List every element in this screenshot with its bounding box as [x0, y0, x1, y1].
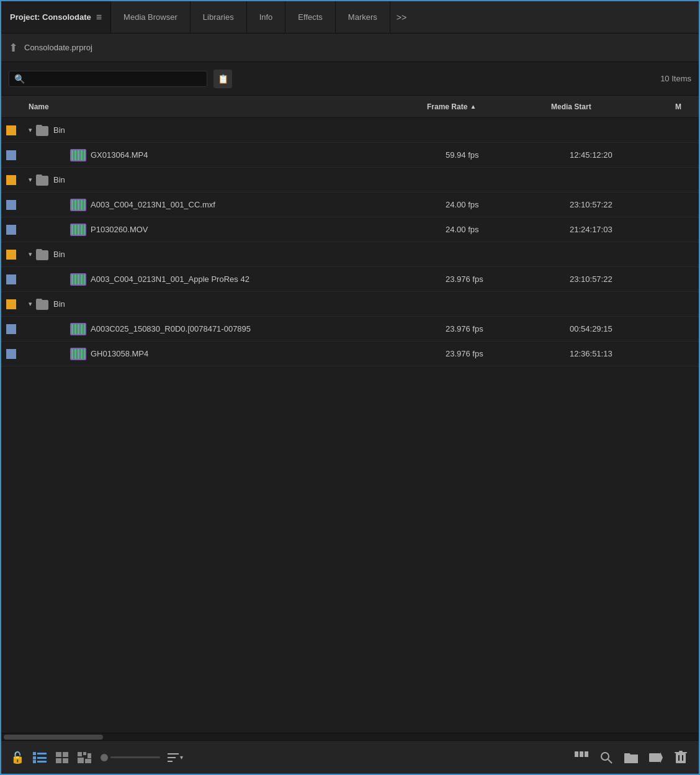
lock-icon[interactable]: 🔓: [9, 749, 26, 766]
bin-row[interactable]: ▾ Bin: [1, 292, 699, 317]
tab-effects[interactable]: Effects: [285, 1, 336, 33]
file-name: GH013058.MP4: [91, 349, 148, 358]
thumbnail-view-icon[interactable]: [53, 749, 71, 766]
folder-panel-icon[interactable]: [621, 747, 642, 768]
blue-checkbox[interactable]: [6, 349, 16, 359]
orange-checkbox[interactable]: [6, 299, 16, 309]
file-row[interactable]: A003_C004_0213N1_001_Apple ProRes 42 23.…: [1, 267, 699, 292]
list-view-icon[interactable]: [31, 749, 48, 766]
svg-rect-4: [33, 760, 36, 763]
file-row[interactable]: GH013058.MP4 23.976 fps 12:36:51:13: [1, 342, 699, 366]
zoom-slider[interactable]: [101, 754, 160, 761]
header-framerate-col[interactable]: Frame Rate ▲: [427, 102, 551, 111]
hscroll-bar[interactable]: [1, 733, 699, 740]
clip-icon: [70, 148, 87, 162]
bin-checkbox[interactable]: [6, 175, 29, 185]
orange-checkbox[interactable]: [6, 175, 16, 185]
back-icon[interactable]: ⬆: [9, 41, 18, 55]
file-row[interactable]: A003_C004_0213N1_001_CC.mxf 24.00 fps 23…: [1, 193, 699, 217]
grid-view-icon[interactable]: [571, 747, 592, 768]
bin-row[interactable]: ▾ Bin: [1, 168, 699, 193]
tab-media-browser[interactable]: Media Browser: [111, 1, 191, 33]
svg-rect-12: [88, 753, 91, 758]
search-icon: 🔍: [14, 74, 25, 84]
search-input[interactable]: [29, 74, 202, 83]
file-checkbox[interactable]: [6, 349, 29, 359]
file-framerate: 23.976 fps: [446, 274, 570, 284]
tab-media-browser-label: Media Browser: [123, 12, 177, 22]
bin-expand-icon[interactable]: ▾: [29, 126, 32, 134]
tab-project[interactable]: Project: Consolodate ≡: [1, 1, 111, 33]
sort-chevron-icon[interactable]: ▾: [180, 754, 183, 761]
file-checkbox[interactable]: [6, 274, 29, 284]
svg-rect-6: [56, 752, 61, 757]
file-mediastart: 12:36:51:13: [570, 349, 694, 358]
freeform-view-icon[interactable]: [76, 749, 93, 766]
hscroll-thumb[interactable]: [4, 735, 103, 740]
blue-checkbox[interactable]: [6, 274, 16, 284]
file-checkbox[interactable]: [6, 200, 29, 210]
svg-rect-2: [33, 756, 36, 759]
file-row[interactable]: GX013064.MP4 59.94 fps 12:45:12:20: [1, 143, 699, 168]
file-framerate: 59.94 fps: [446, 150, 570, 160]
svg-rect-28: [675, 752, 687, 753]
bin-checkbox[interactable]: [6, 250, 29, 260]
more-icon: >>: [397, 12, 406, 22]
blue-checkbox[interactable]: [6, 150, 16, 160]
header-name-col[interactable]: Name: [29, 102, 427, 111]
file-mediastart: 23:10:57:22: [570, 274, 694, 284]
find-icon[interactable]: 📋: [213, 70, 232, 88]
svg-rect-0: [33, 752, 36, 755]
svg-rect-27: [676, 753, 686, 763]
bin-row[interactable]: ▾ Bin: [1, 242, 699, 267]
svg-point-21: [601, 753, 609, 760]
search-input-wrapper[interactable]: 🔍: [9, 71, 207, 87]
slider-track[interactable]: [110, 756, 160, 758]
bin-expand-icon[interactable]: ▾: [29, 300, 32, 308]
bin-checkbox[interactable]: [6, 125, 29, 135]
file-name: A003_C004_0213N1_001_CC.mxf: [91, 200, 215, 209]
clip-icon[interactable]: [645, 747, 666, 768]
project-menu-icon[interactable]: ≡: [96, 12, 102, 23]
bin-name-cell: ▾ Bin: [29, 125, 446, 136]
bin-checkbox[interactable]: [6, 299, 29, 309]
orange-checkbox[interactable]: [6, 125, 16, 135]
search-panel-icon[interactable]: [596, 747, 617, 768]
header-mediastart-col[interactable]: Media Start: [551, 102, 675, 111]
file-name: P1030260.MOV: [91, 225, 148, 234]
delete-icon[interactable]: [670, 747, 691, 768]
file-row[interactable]: A003C025_150830_R0D0.[0078471-007895 23.…: [1, 317, 699, 342]
right-toolbar-icons: [571, 747, 691, 768]
file-framerate: 23.976 fps: [446, 349, 570, 358]
file-checkbox[interactable]: [6, 225, 29, 235]
svg-rect-15: [168, 753, 179, 755]
bin-expand-icon[interactable]: ▾: [29, 176, 32, 184]
file-name: A003C025_150830_R0D0.[0078471-007895: [91, 324, 251, 333]
file-checkbox[interactable]: [6, 150, 29, 160]
clip-icon-inner: [70, 199, 86, 211]
blue-checkbox[interactable]: [6, 200, 16, 210]
svg-rect-14: [85, 759, 91, 763]
file-row[interactable]: P1030260.MOV 24.00 fps 21:24:17:03: [1, 217, 699, 242]
file-list: ▾ Bin GX013064.MP4 59.94 fps 12:45:12:: [1, 118, 699, 733]
tab-info-label: Info: [259, 12, 273, 22]
bin-name-cell: ▾ Bin: [29, 299, 446, 310]
file-name: A003_C004_0213N1_001_Apple ProRes 42: [91, 274, 249, 284]
sort-button[interactable]: ▾: [168, 752, 183, 763]
orange-checkbox[interactable]: [6, 250, 16, 260]
tab-markers[interactable]: Markers: [336, 1, 390, 33]
tab-libraries[interactable]: Libraries: [191, 1, 247, 33]
tab-info[interactable]: Info: [247, 1, 286, 33]
blue-checkbox[interactable]: [6, 225, 16, 235]
file-name-cell: A003C025_150830_R0D0.[0078471-007895: [29, 322, 446, 336]
svg-rect-3: [37, 757, 47, 759]
bin-row[interactable]: ▾ Bin: [1, 118, 699, 143]
file-checkbox[interactable]: [6, 324, 29, 334]
tab-more-button[interactable]: >>: [390, 1, 413, 33]
file-mediastart: 00:54:29:15: [570, 324, 694, 333]
svg-rect-5: [37, 761, 47, 763]
svg-rect-13: [78, 758, 84, 763]
bin-expand-icon[interactable]: ▾: [29, 250, 32, 258]
slider-handle[interactable]: [101, 754, 108, 761]
blue-checkbox[interactable]: [6, 324, 16, 334]
